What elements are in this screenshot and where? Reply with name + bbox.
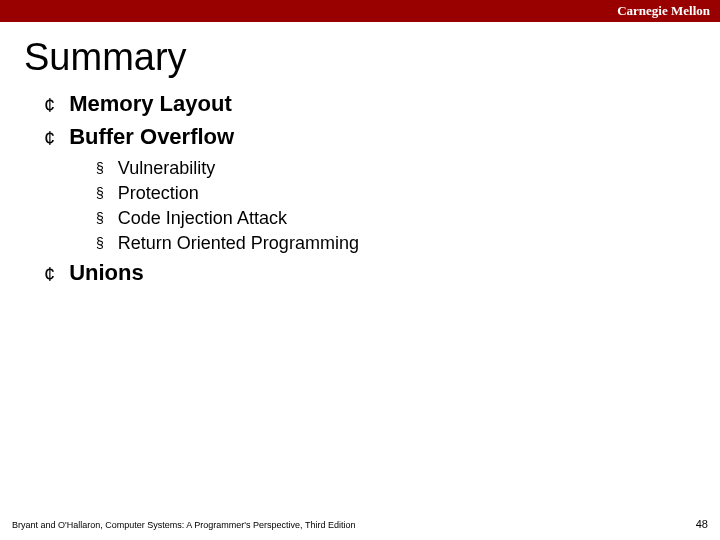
org-label: Carnegie Mellon [617,3,710,19]
subtopic-item: § Vulnerability [96,157,720,179]
topic-label: Memory Layout [69,91,232,117]
top-bar: Carnegie Mellon [0,0,720,22]
subtopic-item: § Code Injection Attack [96,207,720,229]
subtopic-label: Vulnerability [118,157,215,179]
topic-label: Unions [69,260,144,286]
square-bullet-icon: § [96,182,104,204]
topic-item: ¢ Unions [44,260,720,287]
hollow-bullet-icon: ¢ [44,125,55,151]
subtopic-label: Code Injection Attack [118,207,287,229]
square-bullet-icon: § [96,207,104,229]
square-bullet-icon: § [96,232,104,254]
subtopic-item: § Protection [96,182,720,204]
slide-title: Summary [0,22,720,91]
topic-label: Buffer Overflow [69,124,234,150]
subtopic-list: § Vulnerability § Protection § Code Inje… [44,157,720,254]
subtopic-item: § Return Oriented Programming [96,232,720,254]
slide: Carnegie Mellon Summary ¢ Memory Layout … [0,0,720,540]
page-number: 48 [696,518,708,530]
hollow-bullet-icon: ¢ [44,261,55,287]
square-bullet-icon: § [96,157,104,179]
content-area: ¢ Memory Layout ¢ Buffer Overflow § Vuln… [0,91,720,287]
subtopic-label: Protection [118,182,199,204]
topic-item: ¢ Memory Layout [44,91,720,118]
subtopic-label: Return Oriented Programming [118,232,359,254]
footer: Bryant and O'Hallaron, Computer Systems:… [12,518,708,530]
hollow-bullet-icon: ¢ [44,92,55,118]
footer-credit: Bryant and O'Hallaron, Computer Systems:… [12,520,355,530]
topic-item: ¢ Buffer Overflow [44,124,720,151]
